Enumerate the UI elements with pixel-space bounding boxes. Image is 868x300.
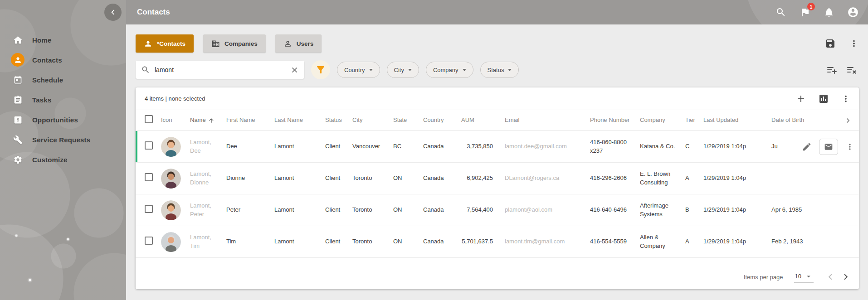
column-header-phone[interactable]: Phone Number — [590, 116, 640, 125]
next-page-button[interactable] — [840, 271, 852, 283]
cell-country: Canada — [423, 206, 461, 214]
sidebar-item-schedule[interactable]: Schedule — [0, 70, 126, 90]
cell-company: Afterimage Systems — [640, 202, 685, 219]
column-header-status[interactable]: Status — [325, 116, 352, 125]
table-row[interactable]: Lamont, Dee Dee Lamont Client Vancouver … — [136, 131, 859, 163]
filter-chip-company[interactable]: Company — [426, 62, 473, 78]
cell-state: ON — [393, 174, 423, 183]
tab-label: *Contacts — [157, 40, 185, 47]
edit-row-button[interactable] — [802, 142, 812, 152]
row-checkbox[interactable] — [145, 141, 153, 150]
filter-chip-city[interactable]: City — [387, 62, 419, 78]
tab-contacts[interactable]: *Contacts — [136, 34, 194, 53]
sidebar-collapse-button[interactable] — [104, 4, 122, 21]
sidebar-item-label: Schedule — [32, 76, 63, 84]
sidebar-item-home[interactable]: Home — [0, 30, 126, 50]
filter-chip-country[interactable]: Country — [337, 62, 380, 78]
table-footer: Items per page 10 — [136, 265, 859, 289]
opportunities-icon: $ — [11, 113, 24, 126]
envelope-icon — [824, 142, 833, 151]
table-more-button[interactable] — [841, 94, 851, 104]
sidebar: Home Contacts Schedule Tasks $ Opportuni… — [0, 0, 126, 300]
column-header-name[interactable]: Name — [190, 116, 226, 125]
tab-users[interactable]: Users — [275, 34, 322, 53]
person-icon — [144, 39, 152, 48]
cell-city: Vancouver — [352, 142, 393, 151]
items-per-page-label: Items per page — [744, 274, 783, 281]
chart-view-button[interactable] — [818, 93, 829, 104]
column-header-country[interactable]: Country — [423, 116, 461, 125]
filter-chip-status[interactable]: Status — [480, 62, 519, 78]
flags-button[interactable]: 1 — [799, 6, 811, 18]
cell-last-name: Lamont — [274, 237, 325, 246]
clear-sort-button[interactable] — [846, 64, 857, 75]
chevron-left-icon — [824, 271, 836, 283]
cell-tier: A — [685, 174, 703, 183]
row-checkbox[interactable] — [145, 173, 153, 181]
chevron-left-icon — [108, 7, 118, 17]
previous-page-button[interactable] — [824, 271, 836, 283]
column-header-last-updated[interactable]: Last Updated — [703, 116, 771, 125]
table-row[interactable]: Lamont, Tim Tim Lamont Client Toronto ON… — [136, 226, 859, 258]
more-vertical-icon — [845, 142, 854, 151]
cell-email: plamont@aol.com — [505, 206, 590, 214]
notifications-button[interactable] — [823, 6, 835, 18]
add-contact-button[interactable] — [795, 93, 806, 104]
table-row[interactable]: Lamont, Peter Peter Lamont Client Toront… — [136, 194, 859, 226]
cell-first-name: Peter — [226, 206, 274, 214]
column-header-icon[interactable]: Icon — [161, 116, 190, 125]
save-button[interactable] — [825, 38, 836, 49]
account-button[interactable] — [847, 6, 859, 18]
column-header-company[interactable]: Company — [640, 116, 685, 125]
row-checkbox[interactable] — [145, 237, 153, 245]
sidebar-item-customize[interactable]: Customize — [0, 150, 126, 169]
column-header-city[interactable]: City — [352, 116, 393, 125]
add-sort-icon — [826, 64, 837, 75]
email-row-button[interactable] — [819, 139, 838, 155]
add-sort-button[interactable] — [826, 64, 837, 75]
contacts-table-card: 4 items | none selected Icon Name First … — [136, 87, 859, 289]
tab-companies[interactable]: Companies — [203, 34, 266, 53]
search-icon — [775, 7, 786, 18]
sidebar-item-opportunities[interactable]: $ Opportunities — [0, 110, 126, 130]
items-per-page-select[interactable]: 10 — [794, 271, 814, 283]
avatar — [161, 232, 181, 252]
column-header-last-name[interactable]: Last Name — [274, 116, 325, 125]
funnel-icon — [315, 64, 326, 75]
clear-search-button[interactable] — [290, 66, 299, 74]
column-header-tier[interactable]: Tier — [685, 116, 703, 125]
select-all-checkbox[interactable] — [145, 115, 153, 123]
home-icon — [11, 33, 24, 47]
column-header-dob[interactable]: Date of Birth — [771, 116, 839, 125]
cell-name: Lamont, Peter — [190, 202, 226, 219]
column-header-aum[interactable]: AUM — [461, 116, 505, 125]
tasks-icon — [11, 93, 24, 106]
row-actions — [786, 131, 854, 162]
filter-button[interactable] — [311, 60, 330, 79]
sidebar-item-service-requests[interactable]: Service Requests — [0, 130, 126, 150]
cell-status: Client — [325, 142, 352, 151]
cell-city: Toronto — [352, 237, 393, 246]
cell-country: Canada — [423, 174, 461, 183]
search-input[interactable] — [155, 66, 286, 73]
sidebar-item-contacts[interactable]: Contacts — [0, 50, 126, 70]
cell-name: Lamont, Dee — [190, 138, 226, 155]
sort-controls — [826, 64, 857, 75]
row-more-button[interactable] — [845, 142, 854, 151]
column-header-state[interactable]: State — [393, 116, 423, 125]
cell-status: Client — [325, 237, 352, 246]
column-header-email[interactable]: Email — [505, 116, 590, 125]
table-row[interactable]: Lamont, Dionne Dionne Lamont Client Toro… — [136, 163, 859, 194]
bar-chart-icon — [818, 93, 829, 104]
column-header-first-name[interactable]: First Name — [226, 116, 274, 125]
toolbar-more-button[interactable] — [849, 39, 859, 48]
cell-aum: 5,701,637.5 — [461, 237, 505, 246]
search-box — [136, 61, 304, 79]
cell-company: Allen & Company — [640, 233, 685, 251]
search-button[interactable] — [775, 6, 787, 18]
cell-last-name: Lamont — [274, 206, 325, 214]
scroll-columns-right-button[interactable] — [844, 116, 853, 125]
row-checkbox[interactable] — [145, 205, 153, 213]
sidebar-item-tasks[interactable]: Tasks — [0, 90, 126, 110]
gear-icon — [11, 153, 24, 166]
